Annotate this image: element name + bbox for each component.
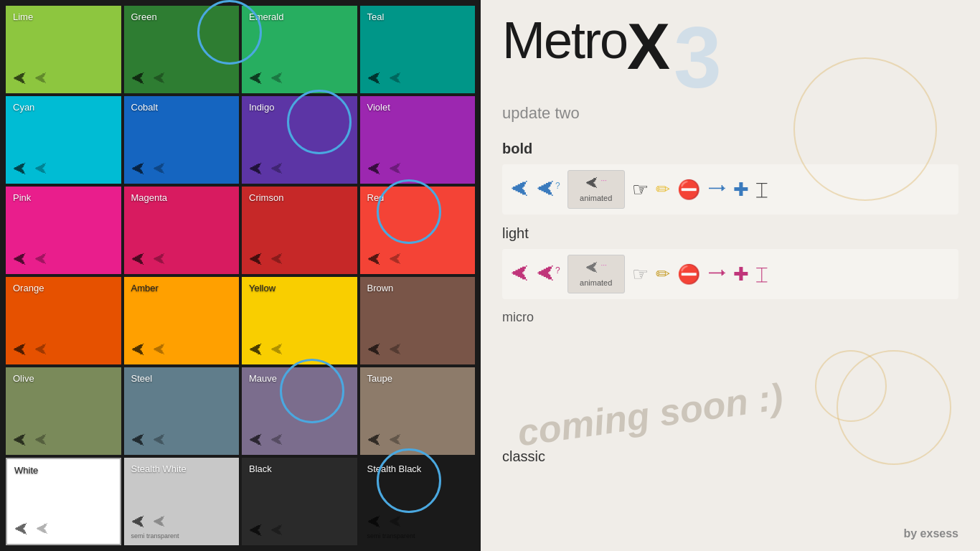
tile-cursor-main: ⮜ <box>131 161 146 178</box>
bold-cursor-row: ⮜ ⮜? ⮜ ··· animated ☞ ✏ ⛔ ⭢ ✚ ⌶ <box>502 164 958 215</box>
tile-cursors: ⮜ ⮜ <box>13 433 47 449</box>
tile-cursor-main: ⮜ <box>249 433 263 449</box>
color-tile-amber[interactable]: Amber ⮜ ⮜ <box>124 277 240 364</box>
color-tile-yellow[interactable]: Yellow ⮜ ⮜ <box>242 277 357 364</box>
color-grid: Lime ⮜ ⮜ Green ⮜ ⮜ Emerald ⮜ ⮜ Teal ⮜ ⮜ <box>0 0 481 551</box>
cursor-text-light[interactable]: ⌶ <box>756 265 768 283</box>
tile-cursors: ⮜ ⮜ <box>131 342 166 359</box>
color-tile-red[interactable]: Red ⮜ ⮜ <box>360 187 476 274</box>
cursor-crosshair-bold[interactable]: ✚ <box>733 180 749 199</box>
tile-cursors: ⮜ ⮜ <box>13 252 47 268</box>
tile-cursor-alt: ⮜ <box>34 72 47 87</box>
color-tile-steel[interactable]: Steel ⮜ ⮜ <box>124 367 240 455</box>
tile-cursors: ⮜ ⮜ <box>131 433 166 449</box>
tile-label-crimson: Crimson <box>249 192 283 203</box>
cursor-normal-bold[interactable]: ⮜ <box>511 180 529 199</box>
tile-cursor-main: ⮜ <box>14 522 29 538</box>
tile-cursor-main: ⮜ <box>131 71 146 88</box>
color-tile-orange[interactable]: Orange ⮜ ⮜ <box>6 277 121 364</box>
color-tile-black[interactable]: Black ⮜ ⮜ <box>242 458 357 545</box>
tile-label-teal: Teal <box>367 11 385 22</box>
tile-cursor-main: ⮜ <box>131 252 146 268</box>
tile-cursor-main: ⮜ <box>13 71 27 88</box>
color-tile-magenta[interactable]: Magenta ⮜ ⮜ <box>124 187 240 274</box>
tile-cursor-alt: ⮜ <box>270 433 283 448</box>
tile-cursors: ⮜ ⮜ <box>249 71 283 88</box>
tile-cursors: ⮜ ⮜ <box>249 252 283 268</box>
deco-circle-3 <box>815 350 887 422</box>
color-tile-lime[interactable]: Lime ⮜ ⮜ <box>6 6 121 93</box>
cursor-text-bold[interactable]: ⌶ <box>756 180 768 199</box>
color-tile-violet[interactable]: Violet ⮜ ⮜ <box>360 96 476 184</box>
color-tile-brown[interactable]: Brown ⮜ ⮜ <box>360 277 476 364</box>
color-tile-stealth-black[interactable]: Stealth Black ⮜ ⮜ semi transparent <box>360 458 476 545</box>
cursor-normal-light[interactable]: ⮜ <box>511 265 529 283</box>
tile-cursor-alt: ⮜ <box>270 72 283 87</box>
color-tile-white[interactable]: White ⮜ ⮜ <box>6 458 121 545</box>
color-tile-cobalt[interactable]: Cobalt ⮜ ⮜ <box>124 96 240 184</box>
cursor-pen-bold[interactable]: ✏ <box>656 181 670 198</box>
tile-label-stealth black: Stealth Black <box>367 463 422 474</box>
tile-label-cyan: Cyan <box>13 102 34 113</box>
cursor-animated-light[interactable]: ⮜ ··· animated <box>567 255 625 293</box>
tile-cursor-alt: ⮜ <box>153 162 166 177</box>
tile-cursor-main: ⮜ <box>367 433 382 449</box>
cursor-animated-bold[interactable]: ⮜ ··· animated <box>567 170 625 209</box>
color-tile-mauve[interactable]: Mauve ⮜ ⮜ <box>242 367 357 455</box>
metro-x: X <box>627 14 670 79</box>
cursor-move-bold[interactable]: ⭢ <box>707 180 726 199</box>
tile-label-steel: Steel <box>131 373 153 384</box>
tile-label-green: Green <box>131 11 157 22</box>
cursor-move-light[interactable]: ⭢ <box>707 265 726 283</box>
tile-cursor-alt: ⮜ <box>36 522 49 537</box>
tile-cursor-alt: ⮜ <box>270 343 283 358</box>
color-tile-pink[interactable]: Pink ⮜ ⮜ <box>6 187 121 274</box>
tile-label-pink: Pink <box>13 192 31 203</box>
tile-cursor-alt: ⮜ <box>389 433 402 448</box>
tile-cursor-alt: ⮜ <box>389 162 402 177</box>
tile-label-olive: Olive <box>13 373 34 384</box>
tile-cursor-alt: ⮜ <box>389 253 402 268</box>
tile-cursors: ⮜ ⮜ <box>131 71 166 88</box>
cursor-pen-light[interactable]: ✏ <box>656 265 670 283</box>
exsess-text: exsess <box>920 527 958 540</box>
tile-cursors: ⮜ ⮜ <box>367 252 402 268</box>
tile-cursor-alt: ⮜ <box>153 433 166 448</box>
tile-cursors: ⮜ ⮜ <box>367 161 402 178</box>
color-tile-stealth-white[interactable]: Stealth White ⮜ ⮜ semi transparent <box>124 458 240 545</box>
author-credit: by exsess <box>903 527 958 540</box>
tile-cursors: ⮜ ⮜ <box>13 161 47 178</box>
tile-label-stealth white: Stealth White <box>131 463 187 474</box>
color-tile-teal[interactable]: Teal ⮜ ⮜ <box>360 6 476 93</box>
color-tile-taupe[interactable]: Taupe ⮜ ⮜ <box>360 367 476 455</box>
tile-cursor-alt: ⮜ <box>270 162 283 177</box>
tile-label-violet: Violet <box>367 102 390 113</box>
metro-text: Metro <box>502 14 627 66</box>
color-tile-green[interactable]: Green ⮜ ⮜ <box>124 6 240 93</box>
cursor-hand-bold[interactable]: ☞ <box>632 180 649 199</box>
cursor-help-light[interactable]: ⮜? <box>537 265 560 283</box>
color-tile-indigo[interactable]: Indigo ⮜ ⮜ <box>242 96 357 184</box>
tile-label-black: Black <box>249 463 272 474</box>
tile-cursor-alt: ⮜ <box>389 343 402 358</box>
tile-cursor-main: ⮜ <box>13 433 27 449</box>
tile-cursor-main: ⮜ <box>13 161 27 178</box>
cursor-crosshair-light[interactable]: ✚ <box>733 265 749 283</box>
cursor-hand-light[interactable]: ☞ <box>632 265 649 283</box>
color-tile-cyan[interactable]: Cyan ⮜ ⮜ <box>6 96 121 184</box>
cursor-help-bold[interactable]: ⮜? <box>537 180 560 199</box>
color-tile-crimson[interactable]: Crimson ⮜ ⮜ <box>242 187 357 274</box>
tile-cursor-main: ⮜ <box>367 161 382 178</box>
tile-cursors: ⮜ ⮜ <box>14 522 49 538</box>
color-tile-emerald[interactable]: Emerald ⮜ ⮜ <box>242 6 357 93</box>
tile-cursor-main: ⮜ <box>367 71 382 88</box>
tile-cursor-alt: ⮜ <box>153 515 166 530</box>
tile-label-indigo: Indigo <box>249 102 274 113</box>
cursor-no-light[interactable]: ⛔ <box>677 265 700 283</box>
color-tile-olive[interactable]: Olive ⮜ ⮜ <box>6 367 121 455</box>
tile-label-yellow: Yellow <box>249 283 275 293</box>
tile-cursors: ⮜ ⮜ <box>13 342 47 359</box>
cursor-no-bold[interactable]: ⛔ <box>677 180 700 199</box>
tile-cursors: ⮜ ⮜ <box>131 252 166 268</box>
tile-cursor-main: ⮜ <box>249 71 263 88</box>
